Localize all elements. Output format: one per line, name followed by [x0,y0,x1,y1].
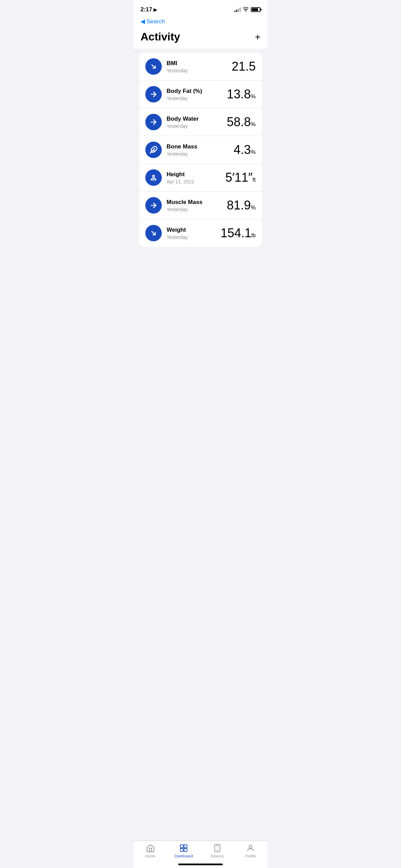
health-content: BMI Yesterday 21.5 Body Fat (%) Yesterda… [134,49,267,251]
nav-back[interactable]: ◀ Search [134,16,267,28]
body-water-title: Body Water [167,115,199,123]
bmi-subtitle: Yesterday [167,68,188,73]
signal-icon [234,7,241,12]
body-water-value: 58.8% [227,115,256,129]
body-fat-icon [145,86,162,103]
health-item-body-water[interactable]: Body Water Yesterday 58.8% [139,108,262,136]
health-item-bone-mass[interactable]: Bone Mass Yesterday 4.3% [139,136,262,164]
health-item-weight[interactable]: Weight Yesterday 154.1lb [139,219,262,247]
page-header: Activity + [134,28,267,49]
weight-subtitle: Yesterday [167,234,188,240]
back-link[interactable]: ◀ Search [141,18,260,25]
muscle-mass-subtitle: Yesterday [167,207,203,212]
wifi-icon [243,7,249,13]
svg-line-0 [152,65,155,68]
time-text: 2:17 [141,6,152,13]
location-icon: ▶ [154,7,157,12]
health-item-bmi[interactable]: BMI Yesterday 21.5 [139,53,262,81]
weight-value: 154.1lb [220,226,256,240]
page-title: Activity [141,31,180,43]
bmi-title: BMI [167,60,188,67]
back-chevron-icon: ◀ [141,18,145,25]
height-icon [145,169,162,186]
weight-title: Weight [167,226,188,234]
status-time: 2:17 ▶ [141,6,157,13]
health-item-body-fat[interactable]: Body Fat (%) Yesterday 13.8% [139,81,262,108]
bone-mass-icon [145,142,162,158]
health-card-group: BMI Yesterday 21.5 Body Fat (%) Yesterda… [139,53,262,247]
svg-line-7 [152,231,155,235]
add-button[interactable]: + [255,32,260,42]
height-title: Height [167,171,194,178]
status-bar: 2:17 ▶ [134,0,267,16]
muscle-mass-icon [145,197,162,214]
muscle-mass-title: Muscle Mass [167,198,203,206]
bmi-icon [145,58,162,75]
bone-mass-title: Bone Mass [167,143,197,150]
svg-point-5 [153,175,155,177]
bone-mass-value: 4.3% [234,143,256,157]
body-water-icon [145,114,162,130]
bmi-value: 21.5 [232,59,256,74]
weight-icon [145,225,162,241]
back-label: Search [146,18,165,25]
bone-mass-subtitle: Yesterday [167,151,197,157]
health-item-height[interactable]: Height Apr 11, 2022 5′11″ft [139,164,262,192]
health-item-muscle-mass[interactable]: Muscle Mass Yesterday 81.9% [139,192,262,219]
muscle-mass-value: 81.9% [227,198,256,213]
height-subtitle: Apr 11, 2022 [167,179,194,184]
status-icons [234,7,260,13]
height-value: 5′11″ft [226,170,256,185]
battery-icon [251,7,260,12]
body-fat-subtitle: Yesterday [167,96,202,101]
body-fat-value: 13.8% [227,87,256,101]
body-water-subtitle: Yesterday [167,123,199,129]
body-fat-title: Body Fat (%) [167,87,202,95]
